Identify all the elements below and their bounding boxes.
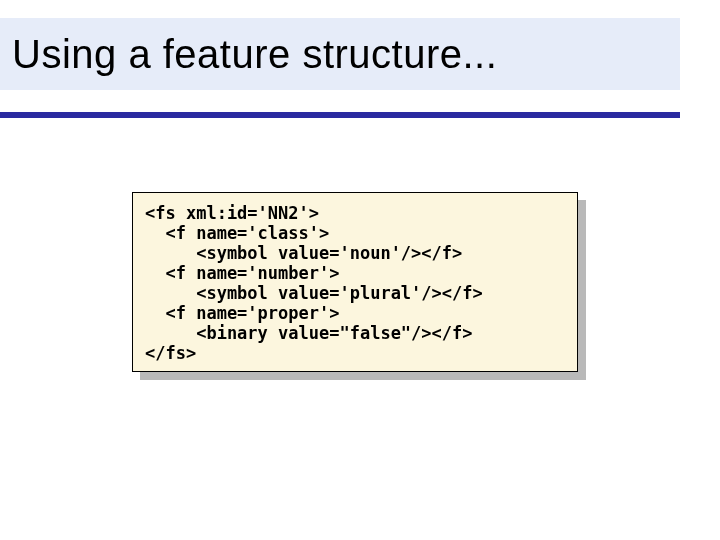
horizontal-rule bbox=[0, 112, 680, 118]
code-line: <symbol value='noun'/></f> bbox=[145, 243, 462, 263]
code-line: <fs xml:id='NN2'> bbox=[145, 203, 319, 223]
code-content: <fs xml:id='NN2'> <f name='class'> <symb… bbox=[145, 203, 565, 363]
code-line: </fs> bbox=[145, 343, 196, 363]
title-band: Using a feature structure... bbox=[0, 18, 680, 90]
code-line: <symbol value='plural'/></f> bbox=[145, 283, 483, 303]
code-box: <fs xml:id='NN2'> <f name='class'> <symb… bbox=[132, 192, 578, 372]
code-line: <f name='class'> bbox=[145, 223, 329, 243]
code-line: <binary value="false"/></f> bbox=[145, 323, 473, 343]
code-line: <f name='proper'> bbox=[145, 303, 339, 323]
slide-title: Using a feature structure... bbox=[12, 32, 497, 77]
code-line: <f name='number'> bbox=[145, 263, 339, 283]
slide: Using a feature structure... <fs xml:id=… bbox=[0, 0, 720, 540]
